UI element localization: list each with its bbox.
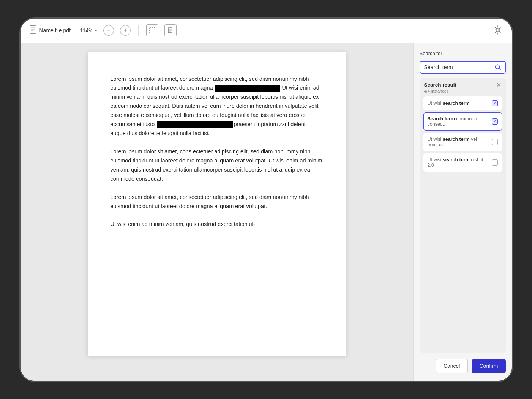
results-header: Search result ✕: [420, 78, 506, 89]
result-checkbox[interactable]: [492, 159, 498, 166]
results-list: Ut wisi search term Search term commodo …: [420, 96, 506, 353]
zoom-level: 114%: [80, 27, 93, 33]
toolbar: Name file.pdf 114% ▾ − +: [21, 19, 512, 43]
cancel-button[interactable]: Cancel: [436, 359, 468, 373]
search-input[interactable]: [424, 64, 492, 70]
redacted-block-1: [215, 85, 280, 92]
pdf-area: Lorem ipsum dolor sit amet, consectetuer…: [21, 43, 413, 381]
zoom-chevron: ▾: [95, 28, 97, 33]
selection-tool-button[interactable]: [146, 24, 158, 36]
results-count: 4/4 instances: [420, 89, 506, 96]
page-tool-button[interactable]: [164, 24, 177, 36]
result-checkbox[interactable]: [492, 118, 498, 125]
pdf-paragraph-2: Lorem ipsum dolor sit amet, cons ectetue…: [111, 147, 323, 184]
result-item-text: Ut wisi search term: [428, 101, 489, 106]
plus-icon: +: [123, 27, 127, 34]
file-icon: [30, 25, 36, 35]
device-frame: Name file.pdf 114% ▾ − +: [19, 17, 513, 382]
result-item-text: Ut wisi search term vel euml o...: [428, 137, 489, 147]
result-item[interactable]: Search term commodo conseq...: [423, 112, 502, 131]
pdf-text: Lorem ipsum dolor sit amet, consectetuer…: [111, 75, 323, 229]
file-name: Name file.pdf: [39, 27, 71, 33]
search-for-label: Search for: [420, 50, 506, 56]
pdf-paragraph-1: Lorem ipsum dolor sit amet, consectetuer…: [111, 75, 323, 138]
file-info: Name file.pdf: [30, 25, 71, 35]
result-checkbox[interactable]: [492, 100, 498, 106]
confirm-button[interactable]: Confirm: [472, 359, 505, 373]
main-area: Lorem ipsum dolor sit amet, consectetuer…: [21, 43, 512, 381]
pdf-paragraph-4: Ut wisi enim ad minim veniam, quis nostr…: [111, 220, 323, 229]
sidebar: Search for Search result ✕ 4/4 instances: [413, 43, 512, 381]
svg-point-4: [496, 28, 500, 32]
toolbar-separator: [138, 25, 139, 36]
pdf-paragraph-3: Lorem ipsum dolor sit amet, consectetuer…: [111, 193, 323, 211]
results-title: Search result: [424, 82, 457, 88]
result-item[interactable]: Ut wisi search term vel euml o...: [423, 133, 502, 151]
result-item[interactable]: Ut wisi search term: [423, 96, 502, 110]
svg-point-3: [497, 29, 499, 31]
results-close-button[interactable]: ✕: [496, 82, 501, 88]
svg-point-5: [495, 65, 499, 69]
results-panel: Search result ✕ 4/4 instances Ut wisi se…: [420, 78, 506, 353]
svg-rect-0: [30, 26, 36, 33]
zoom-control[interactable]: 114% ▾: [80, 27, 97, 33]
search-input-wrap: [420, 61, 506, 74]
result-item-text: Ut wisi search term nisl ut 2.0: [428, 157, 489, 168]
search-icon: [494, 64, 501, 71]
redacted-block-2: [157, 121, 233, 128]
zoom-out-button[interactable]: −: [103, 25, 114, 36]
settings-button[interactable]: [493, 25, 503, 36]
svg-rect-1: [150, 28, 155, 33]
buttons-row: Cancel Confirm: [420, 357, 506, 373]
result-item[interactable]: Ut wisi search term nisl ut 2.0: [423, 153, 502, 172]
pdf-page: Lorem ipsum dolor sit amet, consectetuer…: [88, 52, 346, 356]
result-checkbox[interactable]: [492, 139, 498, 145]
search-button[interactable]: [494, 64, 501, 71]
zoom-in-button[interactable]: +: [120, 25, 131, 36]
minus-icon: −: [107, 27, 110, 34]
result-item-text: Search term commodo conseq...: [428, 116, 489, 127]
